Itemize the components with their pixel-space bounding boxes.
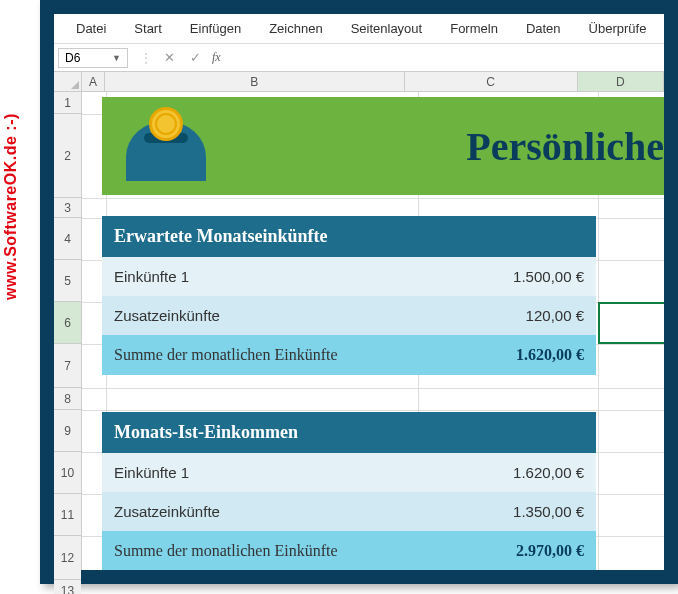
cell-label: Einkünfte 1 [102,453,416,492]
watermark-text: www.SoftwareOK.de :-) [2,113,20,300]
title-banner: Persönliche [102,97,664,195]
ribbon-tabs: Datei Start Einfügen Zeichnen Seitenlayo… [54,14,664,44]
row-header-7[interactable]: 7 [54,344,81,388]
tab-insert[interactable]: Einfügen [176,15,255,42]
cell-value: 1.350,00 € [416,492,596,531]
tab-data[interactable]: Daten [512,15,575,42]
tab-pagelayout[interactable]: Seitenlayout [337,15,437,42]
cell-label: Zusatzeinkünfte [102,492,416,531]
col-header-d[interactable]: D [578,72,664,91]
fx-icon[interactable]: fx [212,50,221,65]
name-box-value: D6 [65,51,80,65]
row-header-6[interactable]: 6 [54,302,81,344]
cell-value: 1.620,00 € [416,453,596,492]
expected-header: Erwartete Monatseinkünfte [102,216,596,257]
confirm-button[interactable]: ✓ [186,50,204,65]
sum-value: 1.620,00 € [416,335,596,375]
tab-home[interactable]: Start [120,15,175,42]
piggy-bank-icon [126,121,206,181]
tab-review[interactable]: Überprüfe [575,15,661,42]
chevron-down-icon: ▼ [112,53,121,63]
col-header-a[interactable]: A [82,72,105,91]
cell-value: 120,00 € [416,296,596,335]
row-header-11[interactable]: 11 [54,494,81,536]
cell-value: 1.500,00 € [416,257,596,296]
col-header-b[interactable]: B [105,72,405,91]
worksheet[interactable]: A B C D 1 2 3 4 5 6 7 8 9 10 11 12 13 [54,72,664,570]
cell-label: Einkünfte 1 [102,257,416,296]
row-header-3[interactable]: 3 [54,198,81,218]
cell-selection [598,302,664,344]
row-header-1[interactable]: 1 [54,92,81,114]
coin-icon [149,107,183,141]
cell-grid[interactable]: Persönliche Erwartete Monatseinkünfte Ei… [82,92,664,570]
table-row[interactable]: Zusatzeinkünfte 120,00 € [102,296,596,335]
row-header-4[interactable]: 4 [54,218,81,260]
row-header-2[interactable]: 2 [54,114,81,198]
row-header-12[interactable]: 12 [54,536,81,580]
table-row[interactable]: Zusatzeinkünfte 1.350,00 € [102,492,596,531]
page-title: Persönliche [466,123,664,170]
cell-label: Zusatzeinkünfte [102,296,416,335]
table-sum-row[interactable]: Summe der monatlichen Einkünfte 1.620,00… [102,335,596,375]
tab-file[interactable]: Datei [62,15,120,42]
sum-value: 2.970,00 € [416,531,596,570]
formula-controls: ⋮ ✕ ✓ fx [132,50,229,65]
table-row[interactable]: Einkünfte 1 1.500,00 € [102,257,596,296]
row-headers: 1 2 3 4 5 6 7 8 9 10 11 12 13 [54,92,82,570]
row-header-9[interactable]: 9 [54,410,81,452]
sum-label: Summe der monatlichen Einkünfte [102,531,416,570]
formula-input[interactable] [229,56,664,60]
table-row[interactable]: Einkünfte 1 1.620,00 € [102,453,596,492]
formula-bar: D6 ▼ ⋮ ✕ ✓ fx [54,44,664,72]
row-header-10[interactable]: 10 [54,452,81,494]
cancel-button[interactable]: ✕ [160,50,178,65]
row-header-5[interactable]: 5 [54,260,81,302]
table-sum-row[interactable]: Summe der monatlichen Einkünfte 2.970,00… [102,531,596,570]
select-all-corner[interactable] [54,72,82,92]
expected-income-table: Erwartete Monatseinkünfte Einkünfte 1 1.… [102,216,596,375]
column-headers: A B C D [82,72,664,92]
actual-header: Monats-Ist-Einkommen [102,412,596,453]
sum-label: Summe der monatlichen Einkünfte [102,335,416,375]
actual-income-table: Monats-Ist-Einkommen Einkünfte 1 1.620,0… [102,412,596,570]
col-header-c[interactable]: C [405,72,578,91]
row-header-13[interactable]: 13 [54,580,81,594]
tab-draw[interactable]: Zeichnen [255,15,336,42]
tab-formulas[interactable]: Formeln [436,15,512,42]
name-box[interactable]: D6 ▼ [58,48,128,68]
row-header-8[interactable]: 8 [54,388,81,410]
excel-window: Datei Start Einfügen Zeichnen Seitenlayo… [40,0,678,584]
